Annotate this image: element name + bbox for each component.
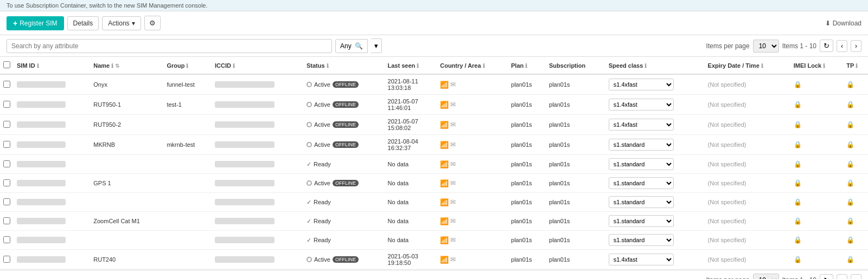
row-checkbox[interactable] (3, 217, 10, 224)
subscription-cell: plan01s (546, 231, 605, 250)
table-header-row: SIM ID ℹ Name ℹ ⇅ Group ℹ ICCID ℹ Status… (0, 57, 868, 74)
search-input[interactable] (7, 39, 332, 53)
sim-id-value (17, 81, 66, 88)
bottom-prev-page-button[interactable]: ‹ (837, 274, 847, 279)
ready-label: Ready (314, 218, 331, 224)
row-checkbox[interactable] (3, 160, 10, 167)
row-checkbox[interactable] (3, 101, 10, 108)
iccid-value (215, 161, 275, 167)
speed-class-select[interactable]: s1.4xfasts1.standards1.minimums1.slows1.… (609, 177, 674, 189)
status-cell: ✓ Ready (303, 193, 385, 212)
check-icon: ✓ (307, 237, 311, 244)
filter-dropdown-button[interactable]: ▾ (371, 38, 382, 53)
imei-lock-cell: 🔒 (790, 193, 844, 212)
lock-icon: 🔒 (794, 198, 802, 206)
speed-class-select[interactable]: s1.4xfasts1.standards1.minimums1.slows1.… (609, 99, 674, 111)
row-checkbox-cell (0, 212, 14, 231)
subscription-cell: plan01s (546, 250, 605, 270)
tp-cell: 🔒 (843, 155, 868, 174)
table-row: ✓ Ready No data📶✉plan01splan01ss1.4xfast… (0, 193, 868, 212)
imei-lock-cell: 🔒 (790, 115, 844, 135)
speed-class-select[interactable]: s1.4xfasts1.standards1.minimums1.slows1.… (609, 215, 674, 227)
expiry-cell: (Not specified) (705, 174, 790, 193)
name-sort-icon[interactable]: ⇅ (115, 63, 119, 69)
col-tp: TP ℹ (843, 57, 868, 74)
iccid-info-icon[interactable]: ℹ (233, 63, 235, 69)
mail-icon: ✉ (450, 217, 456, 225)
sim-id-info-icon[interactable]: ℹ (37, 63, 39, 69)
status-radio-icon (307, 257, 312, 262)
select-all-checkbox[interactable] (3, 61, 10, 68)
imei-lock-cell: 🔒 (790, 250, 844, 270)
actions-label: Actions (108, 20, 129, 27)
details-button[interactable]: Details (67, 16, 99, 30)
speed-class-cell: s1.4xfasts1.standards1.minimums1.slows1.… (605, 193, 705, 212)
bar-chart-icon: 📶 (440, 256, 449, 264)
tp-info-icon[interactable]: ℹ (856, 63, 858, 69)
col-imei-lock: IMEI Lock ℹ (790, 57, 844, 74)
row-checkbox[interactable] (3, 236, 10, 243)
speed-class-select[interactable]: s1.4xfasts1.standards1.minimums1.slows1.… (609, 119, 674, 131)
bar-chart-icon: 📶 (440, 121, 449, 129)
name-info-icon[interactable]: ℹ (111, 63, 113, 69)
bottom-next-page-button[interactable]: › (851, 274, 861, 279)
row-checkbox[interactable] (3, 198, 10, 205)
download-button[interactable]: ⬇ Download (825, 20, 861, 27)
plan-cell: plan01s (508, 155, 546, 174)
tp-cell: 🔒 (843, 95, 868, 115)
row-checkbox[interactable] (3, 179, 10, 186)
bottom-items-per-page-label: Items per page (706, 276, 750, 279)
bottom-items-per-page-select[interactable]: 10 25 50 (753, 274, 779, 279)
last-seen-info-icon[interactable]: ℹ (417, 63, 419, 69)
status-radio-icon (307, 82, 312, 87)
group-cell (163, 212, 212, 231)
bar-chart-icon: 📶 (440, 179, 449, 187)
any-filter-button[interactable]: Any 🔍 (335, 39, 368, 53)
next-page-button[interactable]: › (851, 40, 861, 52)
expiry-cell: (Not specified) (705, 212, 790, 231)
actions-button[interactable]: Actions ▾ (102, 16, 141, 30)
col-speed-class: Speed class ℹ (605, 57, 705, 74)
speed-class-select[interactable]: s1.4xfasts1.standards1.minimums1.slows1.… (609, 158, 674, 170)
country-cell: 📶✉ (437, 212, 508, 231)
speed-class-select[interactable]: s1.4xfasts1.standards1.minimums1.slows1.… (609, 196, 674, 208)
status-info-icon[interactable]: ℹ (327, 63, 329, 69)
imei-info-icon[interactable]: ℹ (823, 63, 825, 69)
speed-class-select[interactable]: s1.4xfasts1.standards1.minimums1.slows1.… (609, 79, 674, 90)
lock-icon: 🔒 (794, 179, 802, 187)
tp-cell: 🔒 (843, 212, 868, 231)
plan-info-icon[interactable]: ℹ (525, 63, 527, 69)
register-sim-button[interactable]: Register SIM (7, 16, 64, 30)
row-checkbox[interactable] (3, 141, 10, 148)
top-banner: To use Subscription Container, switch to… (0, 0, 868, 11)
prev-page-button[interactable]: ‹ (837, 40, 847, 52)
row-checkbox[interactable] (3, 256, 10, 263)
table-row: RUT240 Active OFFLINE 2021-05-03 19:18:5… (0, 250, 868, 270)
row-checkbox[interactable] (3, 81, 10, 88)
group-info-icon[interactable]: ℹ (186, 63, 188, 69)
speed-info-icon[interactable]: ℹ (644, 63, 647, 69)
country-info-icon[interactable]: ℹ (483, 63, 485, 69)
status-cell: ✓ Ready (303, 212, 385, 231)
tp-lock-icon: 🔒 (846, 217, 854, 225)
row-checkbox[interactable] (3, 121, 10, 128)
name-cell (90, 231, 163, 250)
plan-cell: plan01s (508, 74, 546, 95)
expiry-value: (Not specified) (708, 237, 746, 243)
sim-id-value (17, 121, 66, 128)
bottom-refresh-button[interactable]: ↻ (820, 274, 833, 280)
refresh-button[interactable]: ↻ (820, 40, 833, 52)
status-ready: ✓ Ready (307, 218, 381, 225)
check-icon: ✓ (307, 161, 311, 168)
name-cell (90, 193, 163, 212)
speed-class-select[interactable]: s1.4xfasts1.standards1.minimums1.slows1.… (609, 254, 674, 265)
items-per-page-select[interactable]: 10 25 50 (753, 40, 779, 53)
chevron-right-icon: › (855, 42, 857, 50)
speed-class-select[interactable]: s1.4xfasts1.standards1.minimums1.slows1.… (609, 234, 674, 246)
bar-chart-icon: 📶 (440, 101, 449, 109)
sim-id-value (17, 218, 66, 224)
speed-class-select[interactable]: s1.4xfasts1.standards1.minimums1.slows1.… (609, 139, 674, 151)
expiry-info-icon[interactable]: ℹ (761, 63, 763, 69)
gear-button[interactable]: ⚙ (144, 16, 161, 30)
tp-lock-icon: 🔒 (846, 179, 854, 187)
